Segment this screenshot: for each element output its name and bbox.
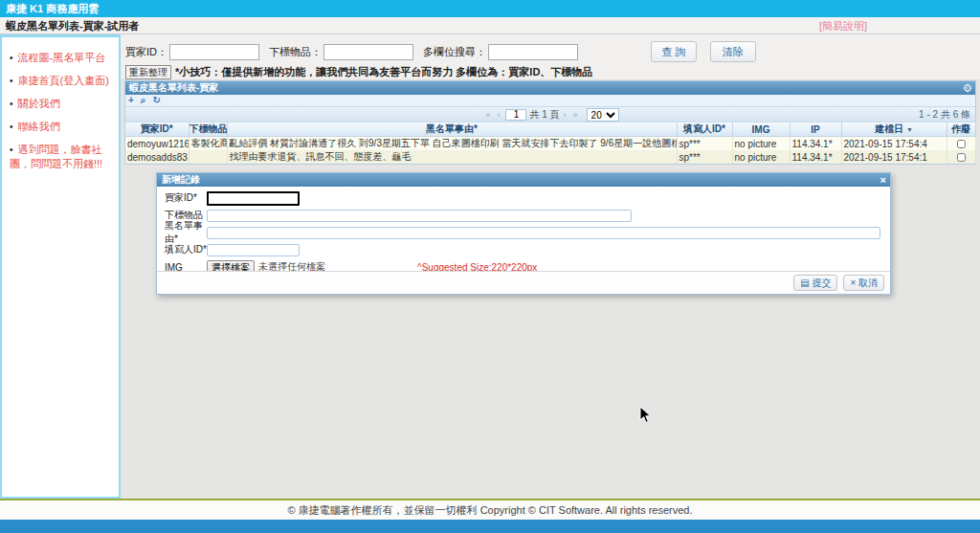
cell-date: 2021-09-15 17:54:1 [841, 150, 947, 164]
cell-ip: 114.34.1* [790, 137, 841, 151]
page-size-select[interactable]: 20 [587, 108, 619, 122]
footer: © 康捷電腦著作權所有，並保留一切權利 Copyright © CIT Soft… [0, 499, 980, 520]
field-row-item: 下標物品 [165, 209, 882, 222]
cell-date: 2021-09-15 17:54:4 [841, 137, 947, 151]
cell-writer: sp*** [677, 137, 732, 151]
gear-icon[interactable] [963, 83, 972, 93]
refresh-button[interactable]: 重新整理 [125, 65, 171, 79]
add-record-icon[interactable]: + [128, 96, 134, 105]
records-info: 1 - 2 共 6 條 [919, 108, 970, 122]
reload-icon[interactable]: ↻ [152, 96, 160, 105]
modal-title-bar: 新增記錄 × [157, 173, 890, 187]
cell-writer: sp*** [677, 150, 732, 164]
void-checkbox[interactable] [957, 140, 966, 148]
sidebar-item-label: 關於我們 [18, 98, 60, 109]
reason-field[interactable] [207, 227, 880, 239]
grid-title-bar: 蝦皮黑名單列表-買家 [125, 81, 975, 95]
cell-item [189, 150, 227, 164]
search-panel: 買家ID： 下標物品： 多欄位搜尋： 查 詢 清除 重新整理 *小技巧：僅提供新… [121, 34, 980, 80]
save-icon: ▤ [800, 278, 809, 288]
close-icon[interactable]: × [880, 173, 886, 187]
sidebar-item-contact[interactable]: •聯絡我們 [10, 120, 115, 134]
first-page-icon[interactable]: « [485, 110, 489, 120]
item-label: 下標物品： [269, 45, 322, 59]
sidebar-item-label: 康捷首頁(登入畫面) [18, 75, 109, 86]
cell-item: 客製化商品 [189, 137, 227, 151]
last-page-icon[interactable]: » [573, 110, 577, 120]
col-ip[interactable]: IP [790, 122, 841, 137]
sidebar: •流程圖-黑名單平台 •康捷首頁(登入畫面) •關於我們 •聯絡我們 •遇到問題… [0, 34, 121, 499]
blacklist-grid: 蝦皮黑名單列表-買家 + ⌕ ↻ « ‹ 共 1 頁 › » 20 1 - 2 … [124, 80, 976, 165]
sidebar-item-facebook-help[interactable]: •遇到問題，臉書社團，問問題不用錢!!! [10, 143, 115, 170]
bullet-icon: • [10, 122, 13, 132]
sidebar-item-label: 遇到問題，臉書社團，問問題不用錢!!! [10, 144, 102, 169]
tip-text: *小技巧：僅提供新增的功能，讓我們共同為友善平台而努力 多欄位為：買家ID、下標… [175, 65, 592, 79]
field-row-buyer: 買家ID* [165, 191, 882, 205]
buyer-id-field-label: 買家ID* [165, 191, 207, 205]
col-void[interactable]: 作廢 [947, 122, 975, 137]
item-field[interactable] [207, 210, 632, 222]
cell-img: no picture [732, 137, 790, 151]
table-header-row: 買家ID* 下標物品 黑名單事由* 填寫人ID* IMG IP 建檔日 ▼ 作廢 [125, 122, 975, 137]
subheader-bar: 蝦皮黑名單列表-買家-試用者 [簡易說明] [0, 17, 980, 34]
buyer-id-search-input[interactable] [169, 44, 259, 60]
col-date[interactable]: 建檔日 ▼ [841, 122, 947, 137]
col-reason[interactable]: 黑名單事由* [227, 122, 677, 137]
prev-page-icon[interactable]: ‹ [497, 110, 499, 120]
reason-field-label: 黑名單事由* [165, 219, 207, 246]
col-writer[interactable]: 填寫人ID* [677, 122, 732, 137]
bullet-icon: • [10, 99, 13, 109]
sort-desc-icon: ▼ [906, 126, 913, 133]
table-row[interactable]: demoyuw1216 客製化商品 亂給評價 材質討論溝通了很久 到9/3星期五… [125, 137, 975, 151]
bullet-icon: • [10, 144, 13, 155]
sidebar-item-home[interactable]: •康捷首頁(登入畫面) [10, 74, 115, 88]
cell-ip: 114.34.1* [790, 150, 841, 164]
app-title: 康捷 K1 商務應用雲 [6, 3, 99, 14]
grid-pager: « ‹ 共 1 頁 › » 20 1 - 2 共 6 條 [125, 107, 975, 122]
search-icon[interactable]: ⌕ [141, 96, 146, 105]
table-row[interactable]: demosadds83 找理由要求退貨、訊息不回、態度差、龜毛 sp*** no… [125, 150, 975, 164]
field-row-reason: 黑名單事由* [165, 226, 882, 239]
cell-reason: 亂給評價 材質討論溝通了很久 到9/3星期五下單 自己來圖檔印刷 當天就安排下去… [227, 137, 677, 151]
help-link[interactable]: [簡易說明] [819, 17, 867, 34]
sidebar-item-flowchart[interactable]: •流程圖-黑名單平台 [10, 51, 115, 65]
buyer-id-label: 買家ID： [125, 45, 167, 59]
item-search-input[interactable] [323, 44, 413, 60]
col-img[interactable]: IMG [732, 122, 790, 137]
modal-title: 新增記錄 [162, 174, 200, 185]
col-buyer-id[interactable]: 買家ID* [125, 122, 189, 137]
writer-field[interactable] [207, 244, 300, 256]
app-title-bar: 康捷 K1 商務應用雲 [0, 0, 980, 17]
submit-button[interactable]: ▤ 提交 [793, 275, 837, 291]
multi-search-input[interactable] [488, 44, 578, 60]
modal-body: 買家ID* 下標物品 黑名單事由* 填寫人ID* IMG 選擇檔案 未選擇任何檔… [157, 187, 890, 274]
cancel-button[interactable]: × 取消 [843, 275, 884, 291]
bullet-icon: • [10, 76, 13, 86]
cell-buyer-id: demoyuw1216 [125, 137, 189, 151]
buyer-id-field[interactable] [207, 191, 300, 206]
cell-reason: 找理由要求退貨、訊息不回、態度差、龜毛 [227, 150, 677, 164]
query-button[interactable]: 查 詢 [651, 41, 697, 62]
x-icon: × [850, 278, 856, 288]
col-item[interactable]: 下標物品 [189, 122, 227, 137]
grid-toolbar: + ⌕ ↻ [125, 95, 975, 107]
multi-search-label: 多欄位搜尋： [423, 45, 486, 59]
tip-row: 重新整理 *小技巧：僅提供新增的功能，讓我們共同為友善平台而努力 多欄位為：買家… [125, 64, 592, 79]
search-form-row: 買家ID： 下標物品： 多欄位搜尋： 查 詢 清除 [125, 41, 756, 62]
sidebar-item-label: 流程圖-黑名單平台 [18, 52, 106, 63]
modal-footer: ▤ 提交 × 取消 [157, 271, 890, 294]
clear-button[interactable]: 清除 [710, 41, 756, 62]
page-title: 蝦皮黑名單列表-買家-試用者 [6, 17, 139, 34]
grid-title: 蝦皮黑名單列表-買家 [129, 82, 218, 93]
void-checkbox[interactable] [957, 153, 966, 162]
page-number-input[interactable] [505, 109, 526, 121]
add-record-modal: 新增記錄 × 買家ID* 下標物品 黑名單事由* 填寫人ID* IMG 選 [156, 172, 891, 295]
field-row-writer: 填寫人ID* [165, 243, 882, 256]
sidebar-menu: •流程圖-黑名單平台 •康捷首頁(登入畫面) •關於我們 •聯絡我們 •遇到問題… [2, 37, 119, 170]
next-page-icon[interactable]: › [564, 110, 566, 120]
sidebar-item-about[interactable]: •關於我們 [10, 97, 115, 111]
copyright-text: © 康捷電腦著作權所有，並保留一切權利 Copyright © CIT Soft… [287, 504, 692, 516]
blacklist-table: 買家ID* 下標物品 黑名單事由* 填寫人ID* IMG IP 建檔日 ▼ 作廢… [125, 122, 976, 164]
writer-field-label: 填寫人ID* [165, 243, 207, 256]
cell-buyer-id: demosadds83 [125, 150, 189, 164]
